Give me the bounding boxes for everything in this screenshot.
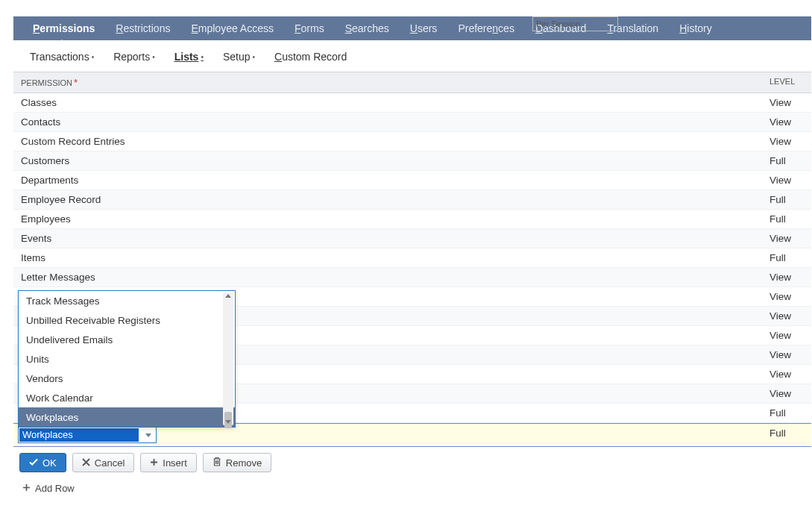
close-icon [82, 457, 90, 469]
sub-tab[interactable]: Lists • [169, 49, 210, 64]
permission-cell: Contacts [13, 113, 769, 131]
menu-indicator-icon: • [152, 53, 155, 61]
dropdown-option[interactable]: Unbilled Receivable Registers [19, 310, 235, 330]
permission-cell: Employees [13, 210, 769, 228]
permission-cell: Events [13, 229, 769, 248]
scroll-up-icon [225, 294, 231, 298]
permission-combobox-value: Workplaces [19, 428, 139, 442]
permission-cell: Classes [13, 93, 769, 112]
sub-tab[interactable]: Setup • [217, 49, 261, 64]
level-cell: View [769, 365, 811, 384]
editing-row[interactable]: Track MessagesUnbilled Receivable Regist… [13, 423, 811, 447]
col-level-label: LEVEL [769, 77, 795, 86]
sub-tab[interactable]: Transactions • [24, 49, 100, 64]
add-row-link[interactable]: Add Row [13, 478, 811, 504]
active-tab-caret-icon [57, 40, 67, 45]
per-session-select[interactable]: Per Session [532, 16, 618, 31]
dropdown-option[interactable]: Units [19, 349, 235, 369]
dropdown-scrollbar[interactable] [223, 292, 233, 425]
table-row[interactable]: ContactsView [13, 113, 811, 132]
menu-indicator-icon: • [201, 53, 204, 61]
table-header: PERMISSION * LEVEL [13, 72, 811, 93]
level-cell: Full [769, 404, 811, 422]
level-cell: View [769, 345, 811, 364]
permission-cell: Items [13, 248, 769, 267]
sub-tab-label: Lists [174, 51, 199, 63]
main-tab[interactable]: Users [400, 16, 448, 40]
dropdown-option[interactable]: Vendors [19, 369, 235, 388]
ok-button[interactable]: OK [19, 453, 66, 472]
menu-indicator-icon: • [92, 53, 95, 61]
level-cell: View [769, 287, 811, 306]
sub-tab-label: Transactions [30, 51, 89, 63]
scroll-down-icon [225, 420, 231, 424]
dropdown-option[interactable]: Undelivered Emails [19, 330, 235, 349]
level-cell: View [769, 113, 811, 131]
table-row[interactable]: Custom Record EntriesView [13, 132, 811, 151]
main-tab[interactable]: Restrictions [105, 16, 180, 40]
sub-tab-label: Setup [223, 51, 251, 63]
main-tab[interactable]: Employee Access [180, 16, 284, 40]
chevron-down-icon [145, 434, 151, 437]
dropdown-option[interactable]: Workplaces [19, 407, 235, 427]
level-cell: View [769, 307, 811, 325]
table-row[interactable]: Letter MessagesView [13, 268, 811, 287]
check-icon [29, 457, 38, 469]
level-cell: Full [769, 190, 811, 209]
main-tab[interactable]: History [669, 16, 723, 40]
level-cell: View [769, 384, 811, 403]
menu-indicator-icon: • [252, 53, 255, 61]
main-tab[interactable]: Forms [284, 16, 335, 40]
required-asterisk-icon: * [74, 77, 78, 88]
combobox-toggle[interactable] [139, 428, 156, 442]
main-tabbar: PermissionsRestrictionsEmployee AccessFo… [13, 16, 811, 40]
plus-icon [22, 483, 31, 494]
level-cell: View [769, 268, 811, 287]
editing-level[interactable]: Full [769, 424, 811, 446]
main-tab[interactable]: Preferences [447, 16, 525, 40]
level-cell: View [769, 93, 811, 112]
level-cell: View [769, 229, 811, 248]
remove-label: Remove [226, 457, 262, 469]
permission-cell: Customers [13, 151, 769, 170]
ok-label: OK [43, 457, 57, 469]
level-cell: Full [769, 248, 811, 267]
trash-icon [213, 457, 221, 469]
add-row-label: Add Row [35, 483, 75, 494]
main-tab[interactable]: Permissions [22, 16, 105, 40]
per-session-value: Per Session [536, 19, 580, 28]
plus-icon [150, 457, 158, 469]
row-action-buttons: OK Cancel Insert Remove [13, 447, 811, 478]
sub-tab[interactable]: Reports • [107, 49, 161, 64]
insert-button[interactable]: Insert [140, 453, 197, 472]
permission-combobox[interactable]: Workplaces [18, 427, 157, 443]
table-row[interactable]: EmployeesFull [13, 210, 811, 229]
permission-cell: Employee Record [13, 190, 769, 209]
subtab-row: Transactions •Reports •Lists •Setup •Cus… [13, 40, 811, 72]
table-row[interactable]: CustomersFull [13, 151, 811, 171]
level-cell: View [769, 171, 811, 190]
level-cell: View [769, 132, 811, 151]
level-cell: Full [769, 210, 811, 228]
sub-tab[interactable]: Custom Record [268, 49, 353, 64]
cancel-button[interactable]: Cancel [72, 453, 134, 472]
main-tab[interactable]: Searches [335, 16, 400, 40]
table-row[interactable]: DepartmentsView [13, 171, 811, 190]
remove-button[interactable]: Remove [203, 453, 271, 472]
permission-dropdown-panel: Track MessagesUnbilled Receivable Regist… [18, 290, 236, 428]
table-row[interactable]: ItemsFull [13, 248, 811, 268]
table-row[interactable]: Employee RecordFull [13, 190, 811, 210]
permission-cell: Custom Record Entries [13, 132, 769, 151]
table-row[interactable]: EventsView [13, 229, 811, 248]
sub-tab-label: Custom Record [274, 51, 347, 63]
sub-tab-label: Reports [113, 51, 150, 63]
insert-label: Insert [163, 457, 187, 469]
cancel-label: Cancel [95, 457, 125, 469]
col-permission-label: PERMISSION [21, 78, 72, 87]
dropdown-option[interactable]: Work Calendar [19, 388, 235, 407]
permission-cell: Letter Messages [13, 268, 769, 287]
dropdown-option[interactable]: Track Messages [19, 291, 235, 310]
level-cell: View [769, 326, 811, 345]
permission-cell: Departments [13, 171, 769, 190]
table-row[interactable]: ClassesView [13, 93, 811, 113]
